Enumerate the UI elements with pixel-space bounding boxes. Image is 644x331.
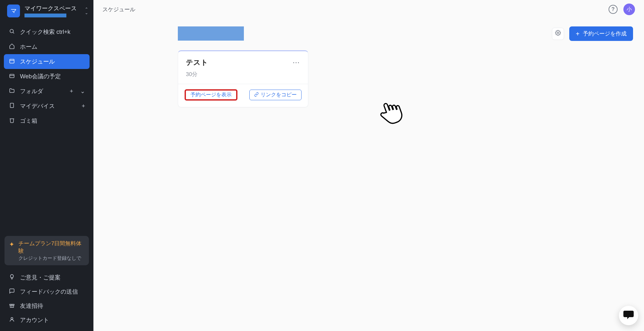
sidebar-item-trash[interactable]: ゴミ箱 xyxy=(4,113,90,128)
help-icon: ? xyxy=(611,6,615,12)
sidebar-item-home[interactable]: ホーム xyxy=(4,39,90,54)
booking-card[interactable]: テスト ⋯ 30分 予約ページを表示 リンクをコピー xyxy=(178,50,308,107)
sidebar-label: フォルダ xyxy=(20,87,43,95)
gear-icon xyxy=(555,30,561,37)
sidebar-item-schedule[interactable]: スケジュール xyxy=(4,54,90,69)
sidebar-label: クイック検索 ctrl+k xyxy=(20,28,71,36)
sidebar: マ マイワークスペース ⌃⌄ クイック検索 ctrl+k ホーム スケジュール xyxy=(0,0,93,331)
footer-item-feedback[interactable]: ご意見・ご提案 xyxy=(4,270,90,285)
content-actions: + 予約ページを作成 xyxy=(552,26,633,41)
settings-button[interactable] xyxy=(552,28,564,40)
button-label: 予約ページを作成 xyxy=(583,30,627,37)
link-icon xyxy=(254,92,259,98)
card-duration: 30分 xyxy=(186,71,300,78)
sidebar-label: 友達招待 xyxy=(20,302,43,310)
sidebar-item-web-meeting[interactable]: Web会議の予定 xyxy=(4,69,90,84)
folder-icon xyxy=(8,88,15,95)
copy-link-button[interactable]: リンクをコピー xyxy=(249,90,302,100)
sidebar-label: ゴミ箱 xyxy=(20,117,37,125)
page-title: スケジュール xyxy=(102,6,609,13)
create-booking-page-button[interactable]: + 予約ページを作成 xyxy=(569,26,633,41)
button-label: リンクをコピー xyxy=(261,92,297,98)
sidebar-item-folder[interactable]: フォルダ + ⌄ xyxy=(4,84,90,99)
workspace-switcher[interactable]: マ マイワークスペース ⌃⌄ xyxy=(0,0,93,23)
avatar[interactable]: 小 xyxy=(623,4,635,15)
sidebar-label: ホーム xyxy=(20,43,37,51)
user-icon xyxy=(8,316,15,324)
workspace-title: マイワークスペース xyxy=(24,5,80,12)
card-more-button[interactable]: ⋯ xyxy=(293,58,300,67)
video-icon xyxy=(8,73,15,80)
workspace-badge: マ xyxy=(7,5,20,17)
workspace-caret-icon[interactable]: ⌃⌄ xyxy=(85,8,88,14)
help-button[interactable]: ? xyxy=(609,5,618,14)
button-label: 予約ページを表示 xyxy=(190,92,232,98)
chevron-down-icon[interactable]: ⌄ xyxy=(80,88,85,95)
svg-rect-2 xyxy=(10,59,14,63)
show-booking-page-button[interactable]: 予約ページを表示 xyxy=(185,89,237,101)
calendar-icon xyxy=(8,58,15,65)
message-icon xyxy=(8,288,15,296)
footer-item-invite[interactable]: 友達招待 xyxy=(4,299,90,313)
chat-fab[interactable] xyxy=(619,306,638,325)
gift-icon xyxy=(8,302,15,310)
promo-subtitle: クレジットカード登録なしで xyxy=(18,255,84,261)
sidebar-label: スケジュール xyxy=(20,58,55,65)
svg-rect-6 xyxy=(10,103,14,108)
search-icon xyxy=(8,28,15,36)
sidebar-label: フィードバックの送信 xyxy=(20,288,78,296)
footer-item-account[interactable]: アカウント xyxy=(4,313,90,327)
sparkle-icon: ✦ xyxy=(9,240,14,261)
plus-icon[interactable]: + xyxy=(82,103,85,110)
svg-line-1 xyxy=(13,32,14,33)
plus-icon[interactable]: + xyxy=(70,88,73,95)
svg-point-11 xyxy=(557,32,559,34)
home-icon xyxy=(8,43,15,51)
sidebar-item-quick-search[interactable]: クイック検索 ctrl+k xyxy=(4,24,90,39)
selection-highlight xyxy=(178,26,244,41)
primary-nav: クイック検索 ctrl+k ホーム スケジュール Web会議の予定 フォルダ xyxy=(0,23,93,130)
device-icon xyxy=(8,102,15,110)
svg-rect-4 xyxy=(10,74,14,78)
team-plan-promo[interactable]: ✦ チームプラン7日間無料体験 クレジットカード登録なしで xyxy=(5,236,89,265)
main-area: スケジュール ? 小 + 予約ページを作成 テスト ⋯ xyxy=(93,0,644,331)
content: + 予約ページを作成 テスト ⋯ 30分 予約ページを表示 xyxy=(93,19,644,331)
topbar: スケジュール ? 小 xyxy=(93,0,644,19)
workspace-info: マイワークスペース xyxy=(24,5,80,17)
lightbulb-icon xyxy=(8,274,15,281)
sidebar-label: アカウント xyxy=(20,316,49,324)
cursor-hand-annotation xyxy=(377,98,406,127)
footer-nav: ご意見・ご提案 フィードバックの送信 友達招待 アカウント xyxy=(0,270,93,331)
sidebar-item-my-device[interactable]: マイデバイス + xyxy=(4,99,90,113)
footer-item-send-feedback[interactable]: フィードバックの送信 xyxy=(4,285,90,299)
promo-title: チームプラン7日間無料体験 xyxy=(18,240,84,255)
svg-point-0 xyxy=(10,29,14,33)
sidebar-label: ご意見・ご提案 xyxy=(20,274,61,281)
ellipsis-icon: ⋯ xyxy=(293,58,300,66)
sidebar-label: マイデバイス xyxy=(20,102,55,110)
sidebar-label: Web会議の予定 xyxy=(20,73,61,80)
chat-icon xyxy=(623,310,634,321)
plus-icon: + xyxy=(576,31,580,37)
workspace-subtitle-redacted xyxy=(24,14,66,17)
card-title: テスト xyxy=(186,58,293,67)
svg-point-10 xyxy=(11,317,13,319)
trash-icon xyxy=(8,117,15,125)
